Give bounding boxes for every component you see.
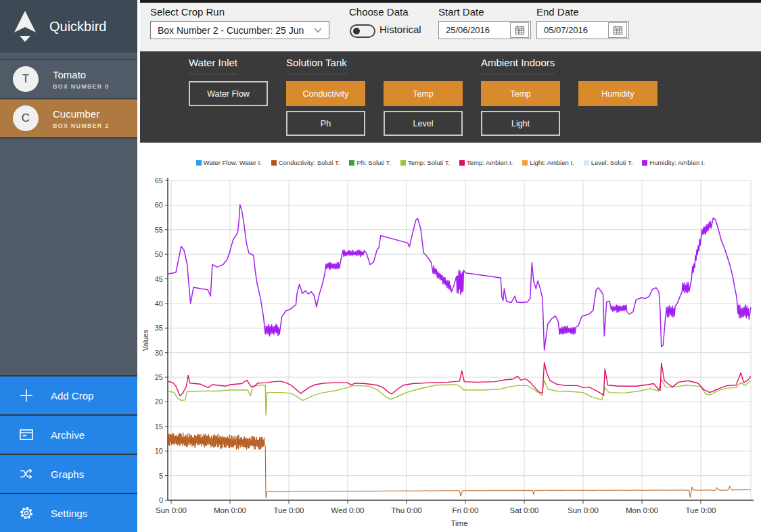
sidebar-actions: Add CropArchiveGraphsSettings [0,375,137,532]
sensor-panel: Water InletWater FlowSolution TankConduc… [140,51,761,143]
svg-text:Thu 0:00: Thu 0:00 [391,506,421,514]
svg-text:60: 60 [155,201,163,209]
sensor-button-water-flow[interactable]: Water Flow [189,81,268,106]
calendar-icon [515,25,525,35]
historical-label: Historical [379,24,421,35]
end-date-label: End Date [536,6,579,18]
sensor-button-temp[interactable]: Temp [384,81,463,106]
svg-text:Wed 0:00: Wed 0:00 [331,506,364,514]
svg-text:Mon 0:00: Mon 0:00 [626,506,658,514]
sensor-button-ph[interactable]: Ph [286,111,365,136]
sensor-column: Solution TankConductivityPh [286,51,365,74]
sidebar-action-archive[interactable]: Archive [0,414,137,454]
chevron-down-icon [314,28,322,33]
sensor-button-temp[interactable]: Temp [481,81,560,106]
svg-text:25: 25 [155,373,163,381]
sidebar-item-crop-tomato[interactable]: TTomatoBOX NUMBER 0 [0,59,137,98]
svg-text:Sun 0:00: Sun 0:00 [156,506,187,514]
sensor-button-light[interactable]: Light [481,111,560,136]
sensor-group-heading: Ambient Indoors [481,57,555,74]
historical-toggle[interactable] [350,24,375,38]
action-label: Add Crop [51,390,93,402]
sensor-column: Humidity [578,51,658,76]
toggle-knob [353,28,360,34]
shuffle-icon [18,466,34,482]
line-chart: 05101520253035404550556065Sun 0:00Mon 0:… [140,143,761,532]
sensor-group-heading: Water Inlet [189,57,237,74]
avatar: T [13,66,39,92]
end-date-value: 05/07/2016 [544,25,608,35]
crop-box-number: BOX NUMBER 0 [53,83,109,90]
svg-text:0: 0 [159,496,163,504]
sensor-column: TempLevel [384,51,463,76]
crop-run-value: Box Number 2 - Cucumber: 25 Jun [158,25,314,36]
svg-text:20: 20 [155,397,163,406]
svg-text:40: 40 [155,299,163,308]
crop-list: TTomatoBOX NUMBER 0CCucumberBOX NUMBER 2 [0,59,137,139]
end-date-field[interactable]: 05/07/2016 [536,21,629,39]
svg-text:Time: Time [451,519,467,527]
sidebar-action-settings[interactable]: Settings [0,493,137,532]
svg-text:Fri 0:00: Fri 0:00 [453,506,479,514]
crop-text: TomatoBOX NUMBER 0 [53,69,109,90]
crop-text: CucumberBOX NUMBER 2 [53,108,109,129]
sensor-column: Water InletWater Flow [189,51,268,74]
start-date-value: 25/06/2016 [446,25,510,35]
action-label: Graphs [51,468,84,480]
app-header: Quickbird [0,0,137,53]
svg-text:35: 35 [155,324,163,332]
svg-text:Tue 0:00: Tue 0:00 [686,506,716,514]
svg-text:Values: Values [141,330,149,351]
sidebar: Quickbird TTomatoBOX NUMBER 0CCucumberBO… [0,0,137,532]
sidebar-item-crop-cucumber[interactable]: CCucumberBOX NUMBER 2 [0,98,137,139]
app-title: Quickbird [49,19,106,34]
sensor-button-conductivity[interactable]: Conductivity [286,81,365,106]
archive-icon [18,427,34,443]
crop-name: Tomato [53,69,109,81]
calendar-icon [613,25,623,35]
svg-text:50: 50 [155,250,163,258]
quickbird-logo-icon [12,10,38,43]
topbar: Select Crop Run Box Number 2 - Cucumber:… [140,3,761,51]
svg-text:10: 10 [155,447,163,455]
action-label: Archive [51,429,85,441]
crop-run-label: Select Crop Run [150,6,225,18]
end-date-calendar-button[interactable] [608,22,627,38]
sensor-group-heading: Solution Tank [286,57,347,74]
svg-text:5: 5 [159,472,163,480]
sidebar-action-add-crop[interactable]: Add Crop [0,375,137,414]
svg-text:Tue 0:00: Tue 0:00 [274,506,304,514]
crop-name: Cucumber [53,108,109,120]
sidebar-action-graphs[interactable]: Graphs [0,454,137,493]
svg-text:15: 15 [155,422,163,431]
svg-text:30: 30 [155,349,163,357]
action-label: Settings [51,508,87,519]
gear-icon [18,505,34,521]
start-date-calendar-button[interactable] [510,22,529,38]
svg-text:55: 55 [155,226,163,234]
svg-text:Mon 0:00: Mon 0:00 [214,506,246,514]
sensor-button-level[interactable]: Level [384,111,463,136]
avatar: C [13,105,39,131]
svg-text:65: 65 [155,176,163,185]
chart-area: Water Flow: Water I.Conductivity: Soluti… [140,143,761,532]
svg-text:Sun 0:00: Sun 0:00 [568,506,599,514]
sensor-button-humidity[interactable]: Humidity [578,81,658,106]
crop-box-number: BOX NUMBER 2 [53,122,109,129]
plus-icon [18,387,34,404]
start-date-field[interactable]: 25/06/2016 [438,21,531,39]
choose-data-label: Choose Data [349,6,409,18]
sensor-column: Ambient IndoorsTempLight [481,51,560,74]
svg-text:45: 45 [155,275,163,283]
crop-run-dropdown[interactable]: Box Number 2 - Cucumber: 25 Jun [150,21,329,39]
start-date-label: Start Date [438,6,484,18]
svg-text:Sat 0:00: Sat 0:00 [510,506,539,514]
